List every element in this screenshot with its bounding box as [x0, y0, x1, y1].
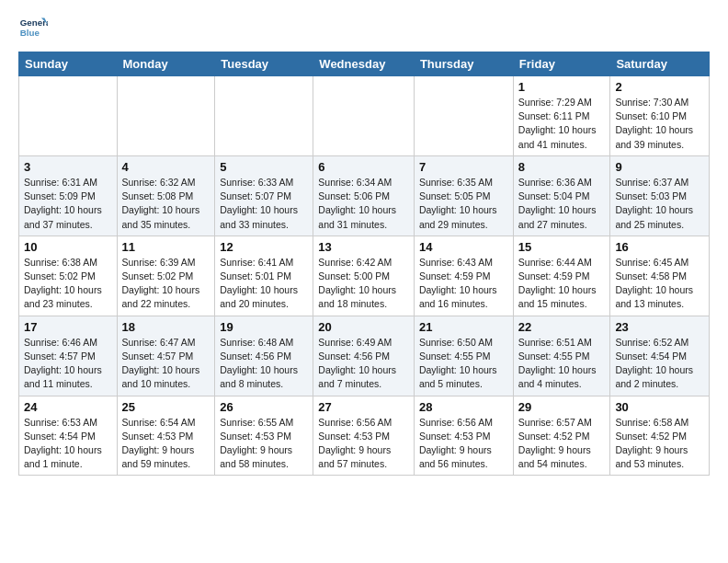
- day-number: 10: [24, 240, 112, 254]
- day-number: 13: [318, 240, 409, 254]
- weekday-header-thursday: Thursday: [414, 52, 513, 76]
- day-info: Sunrise: 6:56 AMSunset: 4:53 PMDaylight:…: [419, 416, 508, 472]
- calendar-cell: 9Sunrise: 6:37 AMSunset: 5:03 PMDaylight…: [610, 155, 710, 236]
- day-info: Sunrise: 6:47 AMSunset: 4:57 PMDaylight:…: [122, 336, 210, 392]
- day-info: Sunrise: 7:30 AMSunset: 6:10 PMDaylight:…: [615, 96, 704, 152]
- calendar-cell: 29Sunrise: 6:57 AMSunset: 4:52 PMDayligh…: [513, 396, 610, 476]
- day-info: Sunrise: 6:50 AMSunset: 4:55 PMDaylight:…: [419, 336, 508, 392]
- weekday-header-monday: Monday: [117, 52, 215, 76]
- day-number: 27: [318, 400, 409, 414]
- weekday-header-sunday: Sunday: [19, 52, 118, 76]
- day-number: 22: [518, 320, 606, 334]
- calendar-cell: 25Sunrise: 6:54 AMSunset: 4:53 PMDayligh…: [117, 396, 215, 476]
- day-number: 30: [615, 400, 704, 414]
- calendar-cell: 13Sunrise: 6:42 AMSunset: 5:00 PMDayligh…: [313, 236, 415, 316]
- day-info: Sunrise: 6:42 AMSunset: 5:00 PMDaylight:…: [318, 256, 409, 312]
- calendar-cell: 12Sunrise: 6:41 AMSunset: 5:01 PMDayligh…: [215, 236, 313, 316]
- calendar-cell: 20Sunrise: 6:49 AMSunset: 4:56 PMDayligh…: [313, 316, 415, 396]
- week-row-1: 1Sunrise: 7:29 AMSunset: 6:11 PMDaylight…: [19, 76, 710, 156]
- day-number: 5: [220, 160, 308, 174]
- weekday-header-row: SundayMondayTuesdayWednesdayThursdayFrid…: [19, 52, 710, 76]
- day-info: Sunrise: 6:39 AMSunset: 5:02 PMDaylight:…: [122, 256, 210, 312]
- weekday-header-tuesday: Tuesday: [215, 52, 313, 76]
- calendar-cell: 24Sunrise: 6:53 AMSunset: 4:54 PMDayligh…: [19, 396, 118, 476]
- day-number: 4: [122, 160, 210, 174]
- calendar-cell: 23Sunrise: 6:52 AMSunset: 4:54 PMDayligh…: [610, 316, 710, 396]
- day-info: Sunrise: 6:51 AMSunset: 4:55 PMDaylight:…: [518, 336, 606, 392]
- day-number: 11: [122, 240, 210, 254]
- calendar-cell: [313, 76, 415, 156]
- day-info: Sunrise: 6:54 AMSunset: 4:53 PMDaylight:…: [122, 416, 210, 472]
- calendar-cell: [215, 76, 313, 156]
- day-number: 23: [615, 320, 704, 334]
- day-number: 24: [24, 400, 112, 414]
- day-info: Sunrise: 6:52 AMSunset: 4:54 PMDaylight:…: [615, 336, 704, 392]
- calendar-cell: 26Sunrise: 6:55 AMSunset: 4:53 PMDayligh…: [215, 396, 313, 476]
- calendar-cell: [414, 76, 513, 156]
- calendar-cell: [19, 76, 118, 156]
- calendar-cell: 28Sunrise: 6:56 AMSunset: 4:53 PMDayligh…: [414, 396, 513, 476]
- day-number: 15: [518, 240, 606, 254]
- day-number: 9: [615, 160, 704, 174]
- day-info: Sunrise: 6:31 AMSunset: 5:09 PMDaylight:…: [24, 176, 112, 232]
- weekday-header-saturday: Saturday: [610, 52, 710, 76]
- day-number: 17: [24, 320, 112, 334]
- day-info: Sunrise: 6:53 AMSunset: 4:54 PMDaylight:…: [24, 416, 112, 472]
- calendar-cell: 16Sunrise: 6:45 AMSunset: 4:58 PMDayligh…: [610, 236, 710, 316]
- day-number: 7: [419, 160, 508, 174]
- day-info: Sunrise: 6:32 AMSunset: 5:08 PMDaylight:…: [122, 176, 210, 232]
- calendar-cell: 19Sunrise: 6:48 AMSunset: 4:56 PMDayligh…: [215, 316, 313, 396]
- calendar-cell: 6Sunrise: 6:34 AMSunset: 5:06 PMDaylight…: [313, 155, 415, 236]
- day-info: Sunrise: 6:44 AMSunset: 4:59 PMDaylight:…: [518, 256, 606, 312]
- calendar-cell: 22Sunrise: 6:51 AMSunset: 4:55 PMDayligh…: [513, 316, 610, 396]
- day-info: Sunrise: 6:49 AMSunset: 4:56 PMDaylight:…: [318, 336, 409, 392]
- week-row-2: 3Sunrise: 6:31 AMSunset: 5:09 PMDaylight…: [19, 155, 710, 236]
- day-info: Sunrise: 6:45 AMSunset: 4:58 PMDaylight:…: [615, 256, 704, 312]
- calendar-table: SundayMondayTuesdayWednesdayThursdayFrid…: [18, 52, 710, 476]
- day-number: 29: [518, 400, 606, 414]
- day-number: 21: [419, 320, 508, 334]
- day-info: Sunrise: 6:48 AMSunset: 4:56 PMDaylight:…: [220, 336, 308, 392]
- day-info: Sunrise: 6:46 AMSunset: 4:57 PMDaylight:…: [24, 336, 112, 392]
- day-info: Sunrise: 6:38 AMSunset: 5:02 PMDaylight:…: [24, 256, 112, 312]
- day-info: Sunrise: 6:36 AMSunset: 5:04 PMDaylight:…: [518, 176, 606, 232]
- day-number: 12: [220, 240, 308, 254]
- calendar-cell: 4Sunrise: 6:32 AMSunset: 5:08 PMDaylight…: [117, 155, 215, 236]
- week-row-3: 10Sunrise: 6:38 AMSunset: 5:02 PMDayligh…: [19, 236, 710, 316]
- logo-icon: General Blue: [18, 15, 48, 44]
- calendar-cell: 7Sunrise: 6:35 AMSunset: 5:05 PMDaylight…: [414, 155, 513, 236]
- day-info: Sunrise: 6:41 AMSunset: 5:01 PMDaylight:…: [220, 256, 308, 312]
- calendar-cell: 1Sunrise: 7:29 AMSunset: 6:11 PMDaylight…: [513, 76, 610, 156]
- day-number: 25: [122, 400, 210, 414]
- day-number: 18: [122, 320, 210, 334]
- day-number: 16: [615, 240, 704, 254]
- day-info: Sunrise: 6:57 AMSunset: 4:52 PMDaylight:…: [518, 416, 606, 472]
- day-number: 14: [419, 240, 508, 254]
- day-info: Sunrise: 6:37 AMSunset: 5:03 PMDaylight:…: [615, 176, 704, 232]
- week-row-4: 17Sunrise: 6:46 AMSunset: 4:57 PMDayligh…: [19, 316, 710, 396]
- day-info: Sunrise: 6:35 AMSunset: 5:05 PMDaylight:…: [419, 176, 508, 232]
- calendar-cell: 8Sunrise: 6:36 AMSunset: 5:04 PMDaylight…: [513, 155, 610, 236]
- week-row-5: 24Sunrise: 6:53 AMSunset: 4:54 PMDayligh…: [19, 396, 710, 476]
- calendar-cell: 2Sunrise: 7:30 AMSunset: 6:10 PMDaylight…: [610, 76, 710, 156]
- calendar-cell: 17Sunrise: 6:46 AMSunset: 4:57 PMDayligh…: [19, 316, 118, 396]
- weekday-header-wednesday: Wednesday: [313, 52, 415, 76]
- day-info: Sunrise: 7:29 AMSunset: 6:11 PMDaylight:…: [518, 96, 606, 152]
- day-number: 6: [318, 160, 409, 174]
- calendar-cell: 18Sunrise: 6:47 AMSunset: 4:57 PMDayligh…: [117, 316, 215, 396]
- calendar-cell: 21Sunrise: 6:50 AMSunset: 4:55 PMDayligh…: [414, 316, 513, 396]
- day-number: 8: [518, 160, 606, 174]
- day-info: Sunrise: 6:34 AMSunset: 5:06 PMDaylight:…: [318, 176, 409, 232]
- day-info: Sunrise: 6:58 AMSunset: 4:52 PMDaylight:…: [615, 416, 704, 472]
- calendar-cell: 11Sunrise: 6:39 AMSunset: 5:02 PMDayligh…: [117, 236, 215, 316]
- day-number: 1: [518, 80, 606, 94]
- calendar-cell: [117, 76, 215, 156]
- page: General Blue SundayMondayTuesdayWednesda…: [0, 0, 728, 485]
- day-number: 26: [220, 400, 308, 414]
- day-info: Sunrise: 6:56 AMSunset: 4:53 PMDaylight:…: [318, 416, 409, 472]
- day-number: 28: [419, 400, 508, 414]
- day-info: Sunrise: 6:33 AMSunset: 5:07 PMDaylight:…: [220, 176, 308, 232]
- calendar-cell: 3Sunrise: 6:31 AMSunset: 5:09 PMDaylight…: [19, 155, 118, 236]
- calendar-cell: 14Sunrise: 6:43 AMSunset: 4:59 PMDayligh…: [414, 236, 513, 316]
- calendar-cell: 15Sunrise: 6:44 AMSunset: 4:59 PMDayligh…: [513, 236, 610, 316]
